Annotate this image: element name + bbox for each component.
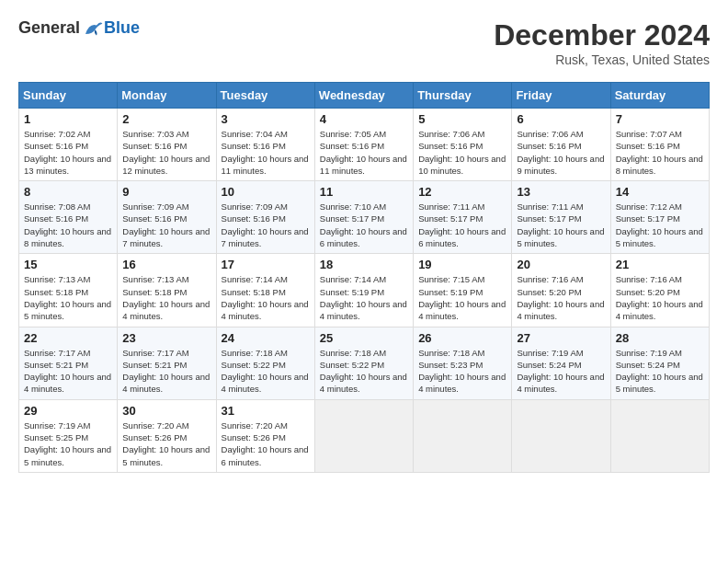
calendar-day: 31 Sunrise: 7:20 AMSunset: 5:26 PMDaylig… <box>216 399 314 472</box>
calendar-week-4: 22 Sunrise: 7:17 AMSunset: 5:21 PMDaylig… <box>19 327 710 399</box>
day-info: Sunrise: 7:16 AMSunset: 5:20 PMDaylight:… <box>616 273 704 322</box>
calendar-day: 22 Sunrise: 7:17 AMSunset: 5:21 PMDaylig… <box>19 327 118 399</box>
day-number: 27 <box>517 331 605 345</box>
logo-bird-icon <box>82 19 104 38</box>
calendar-day: 26 Sunrise: 7:18 AMSunset: 5:23 PMDaylig… <box>414 327 512 399</box>
calendar-day <box>512 399 610 472</box>
calendar-day: 23 Sunrise: 7:17 AMSunset: 5:21 PMDaylig… <box>118 327 216 399</box>
calendar-table: SundayMondayTuesdayWednesdayThursdayFrid… <box>18 82 710 473</box>
calendar-day <box>314 399 413 472</box>
logo-blue-text: Blue <box>104 18 140 38</box>
day-info: Sunrise: 7:14 AMSunset: 5:19 PMDaylight:… <box>320 273 408 322</box>
day-info: Sunrise: 7:03 AMSunset: 5:16 PMDaylight:… <box>122 128 210 177</box>
calendar-day: 25 Sunrise: 7:18 AMSunset: 5:22 PMDaylig… <box>314 327 413 399</box>
month-title: December 2024 <box>494 18 710 52</box>
day-number: 12 <box>418 185 506 199</box>
day-number: 3 <box>222 112 310 126</box>
calendar-day: 9 Sunrise: 7:09 AMSunset: 5:16 PMDayligh… <box>118 181 216 254</box>
calendar-day: 24 Sunrise: 7:18 AMSunset: 5:22 PMDaylig… <box>216 327 314 399</box>
calendar-day: 18 Sunrise: 7:14 AMSunset: 5:19 PMDaylig… <box>314 254 413 327</box>
calendar-day: 19 Sunrise: 7:15 AMSunset: 5:19 PMDaylig… <box>414 254 512 327</box>
day-number: 25 <box>320 331 408 345</box>
day-info: Sunrise: 7:04 AMSunset: 5:16 PMDaylight:… <box>222 128 310 177</box>
day-number: 29 <box>24 404 112 418</box>
logo-general-text: General <box>18 18 80 38</box>
day-info: Sunrise: 7:20 AMSunset: 5:26 PMDaylight:… <box>122 419 210 468</box>
calendar-day: 10 Sunrise: 7:09 AMSunset: 5:16 PMDaylig… <box>216 181 314 254</box>
calendar-day: 20 Sunrise: 7:16 AMSunset: 5:20 PMDaylig… <box>512 254 610 327</box>
day-info: Sunrise: 7:18 AMSunset: 5:22 PMDaylight:… <box>222 347 310 396</box>
calendar-day: 2 Sunrise: 7:03 AMSunset: 5:16 PMDayligh… <box>118 109 216 181</box>
day-number: 1 <box>24 112 112 126</box>
day-number: 10 <box>222 185 310 199</box>
day-info: Sunrise: 7:19 AMSunset: 5:24 PMDaylight:… <box>616 347 704 396</box>
day-info: Sunrise: 7:19 AMSunset: 5:24 PMDaylight:… <box>517 347 605 396</box>
calendar-day: 28 Sunrise: 7:19 AMSunset: 5:24 PMDaylig… <box>610 327 709 399</box>
day-number: 30 <box>122 404 210 418</box>
day-info: Sunrise: 7:18 AMSunset: 5:23 PMDaylight:… <box>418 347 506 396</box>
day-number: 21 <box>616 258 704 271</box>
day-number: 26 <box>418 331 506 345</box>
calendar-week-5: 29 Sunrise: 7:19 AMSunset: 5:25 PMDaylig… <box>19 399 710 472</box>
calendar-day: 21 Sunrise: 7:16 AMSunset: 5:20 PMDaylig… <box>610 254 709 327</box>
day-info: Sunrise: 7:06 AMSunset: 5:16 PMDaylight:… <box>517 128 605 177</box>
day-header-sunday: Sunday <box>19 83 118 109</box>
calendar-day: 14 Sunrise: 7:12 AMSunset: 5:17 PMDaylig… <box>610 181 709 254</box>
calendar-day: 12 Sunrise: 7:11 AMSunset: 5:17 PMDaylig… <box>414 181 512 254</box>
calendar-day <box>610 399 709 472</box>
day-info: Sunrise: 7:20 AMSunset: 5:26 PMDaylight:… <box>222 419 310 468</box>
calendar-day: 7 Sunrise: 7:07 AMSunset: 5:16 PMDayligh… <box>610 109 709 181</box>
day-info: Sunrise: 7:10 AMSunset: 5:17 PMDaylight:… <box>320 201 408 249</box>
page-header: General Blue December 2024 Rusk, Texas, … <box>18 18 710 67</box>
day-info: Sunrise: 7:15 AMSunset: 5:19 PMDaylight:… <box>418 273 506 322</box>
calendar-day: 3 Sunrise: 7:04 AMSunset: 5:16 PMDayligh… <box>216 109 314 181</box>
day-info: Sunrise: 7:12 AMSunset: 5:17 PMDaylight:… <box>616 201 704 249</box>
calendar-day: 15 Sunrise: 7:13 AMSunset: 5:18 PMDaylig… <box>19 254 118 327</box>
day-info: Sunrise: 7:13 AMSunset: 5:18 PMDaylight:… <box>122 273 210 322</box>
calendar-day: 4 Sunrise: 7:05 AMSunset: 5:16 PMDayligh… <box>314 109 413 181</box>
day-number: 8 <box>24 185 112 199</box>
calendar-day: 6 Sunrise: 7:06 AMSunset: 5:16 PMDayligh… <box>512 109 610 181</box>
day-number: 15 <box>24 258 112 271</box>
day-info: Sunrise: 7:05 AMSunset: 5:16 PMDaylight:… <box>320 128 408 177</box>
day-header-friday: Friday <box>512 83 610 109</box>
calendar-day: 1 Sunrise: 7:02 AMSunset: 5:16 PMDayligh… <box>19 109 118 181</box>
calendar-week-1: 1 Sunrise: 7:02 AMSunset: 5:16 PMDayligh… <box>19 109 710 181</box>
day-info: Sunrise: 7:09 AMSunset: 5:16 PMDaylight:… <box>122 201 210 249</box>
calendar-day: 8 Sunrise: 7:08 AMSunset: 5:16 PMDayligh… <box>19 181 118 254</box>
calendar-week-3: 15 Sunrise: 7:13 AMSunset: 5:18 PMDaylig… <box>19 254 710 327</box>
day-info: Sunrise: 7:16 AMSunset: 5:20 PMDaylight:… <box>517 273 605 322</box>
day-number: 24 <box>222 331 310 345</box>
day-header-thursday: Thursday <box>414 83 512 109</box>
day-number: 18 <box>320 258 408 271</box>
day-number: 22 <box>24 331 112 345</box>
calendar-week-2: 8 Sunrise: 7:08 AMSunset: 5:16 PMDayligh… <box>19 181 710 254</box>
days-header-row: SundayMondayTuesdayWednesdayThursdayFrid… <box>19 83 710 109</box>
day-header-saturday: Saturday <box>610 83 709 109</box>
day-number: 11 <box>320 185 408 199</box>
day-number: 23 <box>122 331 210 345</box>
day-info: Sunrise: 7:14 AMSunset: 5:18 PMDaylight:… <box>222 273 310 322</box>
day-number: 5 <box>418 112 506 126</box>
day-number: 20 <box>517 258 605 271</box>
logo: General Blue <box>18 18 140 38</box>
day-number: 7 <box>616 112 704 126</box>
calendar-day: 5 Sunrise: 7:06 AMSunset: 5:16 PMDayligh… <box>414 109 512 181</box>
day-info: Sunrise: 7:11 AMSunset: 5:17 PMDaylight:… <box>418 201 506 249</box>
day-number: 2 <box>122 112 210 126</box>
calendar-day: 16 Sunrise: 7:13 AMSunset: 5:18 PMDaylig… <box>118 254 216 327</box>
day-info: Sunrise: 7:09 AMSunset: 5:16 PMDaylight:… <box>222 201 310 249</box>
day-info: Sunrise: 7:07 AMSunset: 5:16 PMDaylight:… <box>616 128 704 177</box>
day-number: 9 <box>122 185 210 199</box>
calendar-day: 29 Sunrise: 7:19 AMSunset: 5:25 PMDaylig… <box>19 399 118 472</box>
day-number: 6 <box>517 112 605 126</box>
day-number: 28 <box>616 331 704 345</box>
day-number: 17 <box>222 258 310 271</box>
day-info: Sunrise: 7:06 AMSunset: 5:16 PMDaylight:… <box>418 128 506 177</box>
day-number: 19 <box>418 258 506 271</box>
day-number: 4 <box>320 112 408 126</box>
title-section: December 2024 Rusk, Texas, United States <box>494 18 710 67</box>
day-header-monday: Monday <box>118 83 216 109</box>
day-info: Sunrise: 7:19 AMSunset: 5:25 PMDaylight:… <box>24 419 112 468</box>
day-header-wednesday: Wednesday <box>314 83 413 109</box>
